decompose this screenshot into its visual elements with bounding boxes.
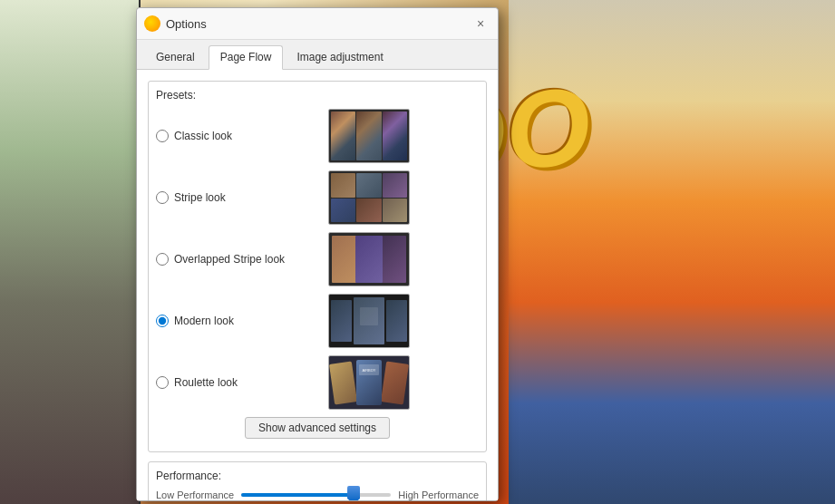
performance-slider-row: Low Performance High Performance xyxy=(156,489,479,500)
modern-look-radio[interactable] xyxy=(156,315,169,327)
tab-image-adjustment[interactable]: Image adjustment xyxy=(285,45,394,69)
stripe-look-label: Stripe look xyxy=(174,191,226,204)
overlapped-stripe-option[interactable]: Overlapped Stripe look xyxy=(156,253,319,266)
presets-group: Presets: Classic look xyxy=(148,81,487,452)
modern-look-thumbnail xyxy=(328,294,410,348)
tabs-bar: General Page Flow Image adjustment xyxy=(137,40,498,70)
classic-look-radio[interactable] xyxy=(156,130,169,142)
options-icon xyxy=(144,15,160,32)
performance-section: Performance: Low Performance High Perfor… xyxy=(148,461,487,500)
preset-row-roulette: Roulette look AIRBOY xyxy=(156,355,479,410)
options-dialog: Options × General Page Flow Image adjust… xyxy=(136,7,499,501)
roulette-look-radio[interactable] xyxy=(156,376,169,389)
show-advanced-settings-button[interactable]: Show advanced settings xyxy=(245,417,390,439)
overlapped-stripe-label: Overlapped Stripe look xyxy=(174,253,285,266)
stripe-look-option[interactable]: Stripe look xyxy=(156,191,319,204)
comic-panel-right: BOO xyxy=(509,0,835,504)
dialog-titlebar: Options × xyxy=(137,8,498,40)
high-performance-label: High Performance xyxy=(398,489,479,500)
classic-look-thumbnail xyxy=(328,109,410,163)
preset-row-stripe: Stripe look xyxy=(156,170,479,225)
dialog-content: Presets: Classic look xyxy=(137,70,498,500)
performance-label: Performance: xyxy=(156,470,479,482)
modern-look-option[interactable]: Modern look xyxy=(156,315,319,327)
overlapped-stripe-radio[interactable] xyxy=(156,253,169,266)
performance-slider-track[interactable] xyxy=(241,493,391,497)
slider-thumb[interactable] xyxy=(347,486,360,500)
tab-page-flow[interactable]: Page Flow xyxy=(209,45,284,70)
preset-row-overlapped-stripe: Overlapped Stripe look xyxy=(156,232,479,286)
classic-look-option[interactable]: Classic look xyxy=(156,130,319,142)
close-button[interactable]: × xyxy=(471,14,490,34)
roulette-look-label: Roulette look xyxy=(174,376,238,389)
presets-label: Presets: xyxy=(156,89,479,102)
preset-row-modern: Modern look xyxy=(156,294,479,348)
overlapped-stripe-thumbnail xyxy=(328,232,410,286)
stripe-look-radio[interactable] xyxy=(156,191,169,204)
preset-row-classic: Classic look xyxy=(156,109,479,163)
slider-fill xyxy=(241,493,354,497)
dialog-title: Options xyxy=(166,17,465,31)
roulette-look-thumbnail: AIRBOY xyxy=(328,355,410,410)
tab-general[interactable]: General xyxy=(144,45,207,69)
low-performance-label: Low Performance xyxy=(156,489,234,500)
stripe-look-thumbnail xyxy=(328,170,410,225)
roulette-look-option[interactable]: Roulette look xyxy=(156,376,319,389)
modern-look-label: Modern look xyxy=(174,315,234,327)
classic-look-label: Classic look xyxy=(174,130,232,142)
comic-panel-left xyxy=(0,0,141,504)
